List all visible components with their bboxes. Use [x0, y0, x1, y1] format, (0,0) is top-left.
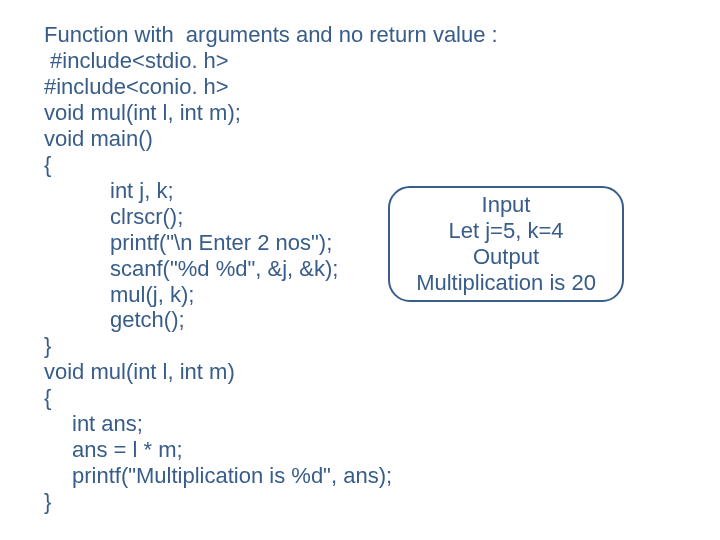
code-line: } — [44, 489, 498, 515]
slide: Function with arguments and no return va… — [0, 0, 720, 540]
code-line: { — [44, 385, 498, 411]
code-line: getch(); — [44, 307, 498, 333]
code-line: ans = l * m; — [44, 437, 498, 463]
code-line: void main() — [44, 126, 498, 152]
bubble-line: Input — [482, 192, 531, 218]
bubble-line: Let j=5, k=4 — [449, 218, 564, 244]
code-line: int ans; — [44, 411, 498, 437]
bubble-line: Output — [473, 244, 539, 270]
code-line: #include<conio. h> — [44, 74, 498, 100]
code-line: #include<stdio. h> — [44, 48, 498, 74]
code-line: void mul(int l, int m) — [44, 359, 498, 385]
bubble-line: Multiplication is 20 — [416, 270, 596, 296]
code-line: printf("Multiplication is %d", ans); — [44, 463, 498, 489]
output-bubble: Input Let j=5, k=4 Output Multiplication… — [388, 186, 624, 302]
code-line: void mul(int l, int m); — [44, 100, 498, 126]
code-line: } — [44, 333, 498, 359]
code-line: Function with arguments and no return va… — [44, 22, 498, 48]
code-line: { — [44, 152, 498, 178]
